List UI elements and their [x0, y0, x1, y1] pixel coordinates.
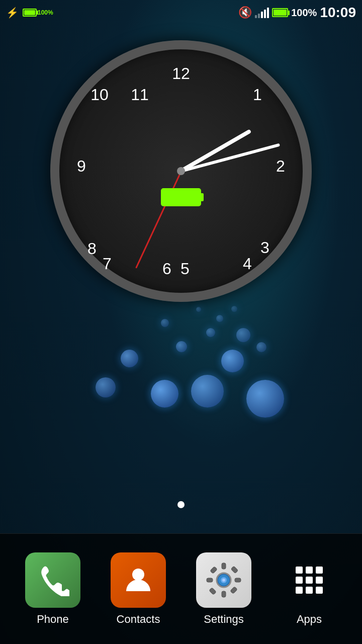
clock-battery-indicator [161, 188, 201, 206]
clock-hands [59, 49, 303, 293]
contacts-icon [111, 552, 166, 608]
minute-hand [180, 143, 280, 172]
dock-item-settings[interactable]: Settings [196, 552, 251, 626]
battery-percent: 100% [291, 7, 317, 19]
battery-small-percent: 100% [38, 9, 53, 16]
status-bar: ⚡ 100% 🔇 100% 10:09 [0, 0, 362, 25]
settings-icon [196, 552, 251, 608]
apps-grid [293, 564, 326, 597]
apps-icon [282, 552, 337, 608]
clock-widget[interactable]: 12 1 2 3 4 5 6 7 8 9 10 11 [50, 40, 312, 302]
contacts-label: Contacts [117, 613, 160, 626]
second-hand [135, 171, 182, 268]
mute-icon: 🔇 [238, 6, 252, 19]
dock-item-apps[interactable]: Apps [282, 552, 337, 626]
svg-rect-10 [231, 566, 238, 573]
svg-rect-8 [230, 586, 237, 593]
battery-main-icon [272, 8, 288, 17]
clock-face: 12 1 2 3 4 5 6 7 8 9 10 11 [50, 40, 312, 302]
battery-small-widget: 100% [23, 9, 53, 17]
svg-rect-6 [235, 578, 241, 582]
usb-icon: ⚡ [6, 7, 19, 19]
signal-icon [255, 8, 269, 18]
phone-label: Phone [37, 613, 69, 626]
phone-icon [25, 552, 80, 608]
settings-label: Settings [204, 613, 244, 626]
page-dot-active [177, 501, 185, 508]
hour-hand [180, 129, 251, 173]
dock-item-phone[interactable]: Phone [25, 552, 80, 626]
status-time: 10:09 [320, 5, 356, 21]
svg-point-14 [222, 579, 225, 582]
status-right: 🔇 100% 10:09 [238, 5, 356, 21]
battery-small-icon [23, 9, 37, 17]
apps-label: Apps [297, 613, 322, 626]
svg-rect-9 [209, 587, 216, 594]
page-indicator [177, 501, 185, 508]
bubbles-decoration [80, 297, 282, 498]
dock: Phone Contacts [0, 533, 362, 644]
svg-rect-5 [207, 578, 213, 582]
svg-rect-7 [210, 566, 217, 573]
svg-rect-3 [222, 563, 226, 569]
center-dot [177, 167, 185, 175]
dock-item-contacts[interactable]: Contacts [111, 552, 166, 626]
svg-point-0 [132, 569, 144, 581]
svg-rect-4 [222, 591, 226, 597]
status-left: ⚡ 100% [6, 7, 53, 19]
